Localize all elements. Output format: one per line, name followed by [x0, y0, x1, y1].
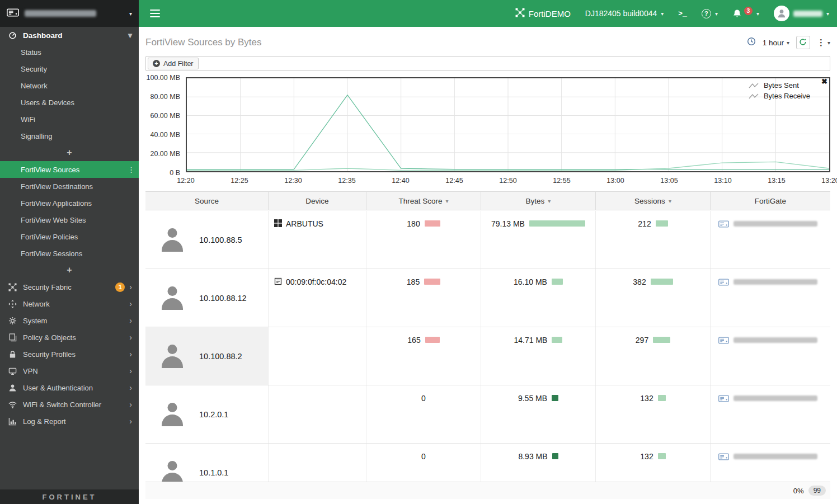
time-range-dropdown[interactable]: 1 hour ▾ — [763, 39, 789, 47]
help-dropdown[interactable]: ? ▾ — [702, 9, 718, 18]
table-row[interactable]: 10.100.88.5 ARBUTUS 180 79.13 MB 212 — [145, 211, 830, 269]
y-tick-label: 40.00 MB — [150, 131, 180, 139]
x-tick-label: 12:40 — [392, 177, 409, 185]
sidebar-item-wifi-dash[interactable]: WiFi — [0, 111, 139, 128]
column-header-sessions[interactable]: Sessions▾ — [596, 192, 711, 210]
add-dashboard-button[interactable]: + — [0, 144, 139, 161]
bytes-cell: 14.71 MB — [481, 327, 596, 385]
table-row[interactable]: 10.2.0.1 0 9.55 MB 132 — [145, 385, 830, 444]
sidebar-item-users-devices[interactable]: Users & Devices — [0, 94, 139, 111]
sort-caret-icon: ▾ — [446, 198, 449, 204]
fortigate-icon — [718, 220, 729, 230]
more-options-dropdown[interactable]: ⋮ ▾ — [817, 37, 830, 48]
device-cell: 00:09:0f:0c:04:02 — [269, 269, 366, 327]
sidebar-item-fortiview-sessions[interactable]: FortiView Sessions — [0, 245, 139, 262]
sidebar-item-fortiview-policies[interactable]: FortiView Policies — [0, 228, 139, 245]
sidebar-item-fortiview-sources[interactable]: FortiView Sources ⋮ — [0, 161, 139, 178]
chart-y-axis: 100.00 MB80.00 MB60.00 MB40.00 MB20.00 M… — [145, 77, 185, 173]
table-footer: 0% 99 — [145, 482, 830, 499]
bytes-cell: 9.55 MB — [481, 385, 596, 443]
legend-bytes-receive: Bytes Receive — [749, 92, 810, 100]
add-filter-button[interactable]: + Add Filter — [148, 58, 199, 69]
sidebar-item-log-report[interactable]: Log & Report › — [0, 413, 139, 430]
chevron-right-icon: › — [129, 317, 132, 324]
kebab-icon[interactable]: ⋮ — [128, 166, 135, 174]
sidebar-item-fortiview-web-sites[interactable]: FortiView Web Sites — [0, 211, 139, 228]
sidebar-item-user-authentication[interactable]: User & Authentication › — [0, 379, 139, 396]
user-icon — [8, 384, 17, 392]
windows-icon — [274, 219, 282, 229]
menu-toggle-button[interactable] — [150, 10, 160, 18]
source-cell: 10.100.88.12 — [145, 269, 269, 327]
fortigate-device-icon — [7, 8, 19, 19]
cli-console-button[interactable]: >_ — [678, 10, 687, 18]
device-cell: ARBUTUS — [269, 211, 366, 269]
table-header: Source Device Threat Score▾ Bytes▾ Sessi… — [145, 191, 830, 210]
bytes-bar — [552, 337, 562, 343]
column-header-threat-score[interactable]: Threat Score▾ — [366, 192, 481, 210]
line-series-icon — [749, 82, 759, 89]
filter-bar[interactable]: + Add Filter — [145, 56, 830, 71]
source-ip: 10.100.88.2 — [199, 352, 242, 361]
source-cell: 10.100.88.5 — [145, 211, 269, 269]
table-row[interactable]: 10.100.88.12 00:09:0f:0c:04:02 185 16.10… — [145, 269, 830, 327]
device-selector[interactable]: ▾ — [0, 0, 139, 27]
sidebar: ▾ Dashboard ▾ Status Security Network Us… — [0, 0, 139, 504]
cli-icon: >_ — [678, 10, 687, 18]
sidebar-item-fortiview-applications[interactable]: FortiView Applications — [0, 195, 139, 211]
build-dropdown[interactable]: DJ182405 build0044 ▾ — [585, 9, 664, 18]
page-title: FortiView Sources by Bytes — [145, 37, 262, 48]
user-silhouette-icon — [160, 460, 185, 482]
sidebar-item-vpn[interactable]: VPN › — [0, 362, 139, 379]
fortidemo-link[interactable]: FortiDEMO — [515, 8, 571, 19]
sessions-bar — [651, 279, 673, 285]
sidebar-item-security-profiles[interactable]: Security Profiles › — [0, 346, 139, 362]
legend-bytes-sent: Bytes Sent — [749, 81, 810, 90]
chevron-right-icon: › — [129, 333, 132, 341]
sidebar-item-system[interactable]: System › — [0, 312, 139, 329]
sidebar-item-wifi-switch-controller[interactable]: WiFi & Switch Controller › — [0, 396, 139, 413]
column-header-fortigate: FortiGate — [711, 192, 830, 210]
chart-plot-area: Bytes Sent Bytes Receive ✖ — [186, 77, 830, 172]
sessions-cell: 132 — [596, 444, 711, 482]
traffic-chart: 100.00 MB80.00 MB60.00 MB40.00 MB20.00 M… — [145, 77, 830, 189]
user-silhouette-icon — [160, 227, 185, 253]
table-row[interactable]: 10.1.0.1 0 8.93 MB 132 — [145, 444, 830, 482]
sidebar-item-dashboard[interactable]: Dashboard ▾ — [0, 27, 139, 44]
close-chart-icon[interactable]: ✖ — [821, 78, 827, 85]
sidebar-item-network-dash[interactable]: Network — [0, 77, 139, 94]
sidebar-item-status[interactable]: Status — [0, 44, 139, 60]
caret-down-icon: ▾ — [128, 31, 132, 39]
bytes-cell: 79.13 MB — [481, 211, 596, 269]
table-row[interactable]: 10.100.88.2 165 14.71 MB 297 — [145, 327, 830, 385]
plus-icon: + — [153, 60, 160, 67]
threat-score-cell: 0 — [366, 444, 481, 482]
notifications-dropdown[interactable]: 3 ▾ — [732, 9, 759, 18]
x-tick-label: 12:35 — [338, 177, 355, 185]
add-fortiview-button[interactable]: + — [0, 262, 139, 279]
threat-score-cell: 0 — [366, 385, 481, 443]
threat-score-cell: 165 — [366, 327, 481, 385]
fortigate-cell — [711, 385, 830, 443]
chevron-right-icon: › — [129, 300, 132, 308]
user-menu[interactable]: ▾ — [774, 6, 829, 21]
sidebar-item-network[interactable]: Network › — [0, 295, 139, 312]
caret-down-icon: ▾ — [756, 11, 759, 17]
device-cell — [269, 327, 366, 385]
sidebar-item-policy-objects[interactable]: Policy & Objects › — [0, 329, 139, 346]
sidebar-item-fortiview-destinations[interactable]: FortiView Destinations — [0, 178, 139, 195]
username-redacted — [793, 11, 822, 17]
caret-down-icon: ▾ — [787, 40, 789, 46]
caret-down-icon: ▾ — [129, 11, 132, 17]
fortinet-logo: FORTINET — [0, 489, 139, 504]
x-tick-label: 12:30 — [284, 177, 302, 185]
sidebar-item-signalling[interactable]: Signalling — [0, 128, 139, 144]
sidebar-item-security[interactable]: Security — [0, 60, 139, 77]
sessions-bar — [653, 337, 670, 343]
fortigate-name-redacted — [733, 395, 817, 401]
column-header-bytes[interactable]: Bytes▾ — [481, 192, 596, 210]
refresh-button[interactable] — [796, 36, 810, 49]
topbar-actions: FortiDEMO DJ182405 build0044 ▾ >_ ? ▾ 3 … — [515, 6, 829, 21]
user-silhouette-icon — [160, 343, 185, 369]
sidebar-item-security-fabric[interactable]: Security Fabric 1 › — [0, 279, 139, 295]
